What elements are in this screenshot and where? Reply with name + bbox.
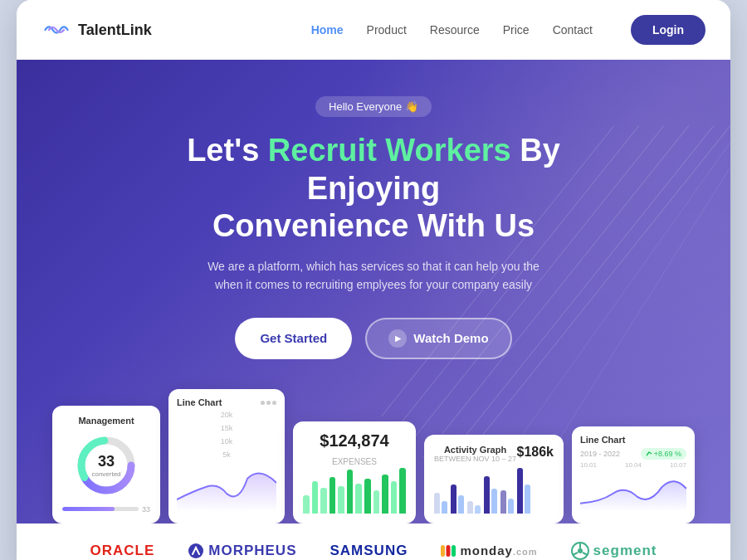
hero-section: Hello Everyone 👋 Let's Recruit Workers B… xyxy=(17,60,730,523)
lcr-years: 2019 - 2022 xyxy=(580,450,620,458)
bar-10 xyxy=(382,475,388,514)
more-dots xyxy=(261,401,276,405)
bar-3 xyxy=(320,488,327,513)
bar-1 xyxy=(303,495,310,514)
revenue-label: EXPENSES xyxy=(303,457,406,466)
hello-badge: Hello Everyone 👋 xyxy=(315,96,432,117)
act-group-1 xyxy=(434,493,447,514)
act-group-2 xyxy=(451,485,464,514)
monday-logo: monday.com xyxy=(441,543,537,558)
donut-label: converted xyxy=(91,470,120,478)
svg-rect-12 xyxy=(441,545,445,557)
bar-2 xyxy=(312,481,319,514)
lc-y-labels: 20k 15k 10k 5k xyxy=(177,411,276,459)
nav-product[interactable]: Product xyxy=(367,23,407,37)
bar-track xyxy=(62,507,139,511)
svg-rect-13 xyxy=(447,545,451,557)
activity-bar-area xyxy=(434,468,554,514)
samsung-logo: SAMSUNG xyxy=(330,543,408,559)
lcr-badge: +8.69 % xyxy=(641,448,686,460)
nav-contact[interactable]: Contact xyxy=(553,23,593,37)
svg-point-16 xyxy=(578,548,583,553)
morpheus-logo: MORPHEUS xyxy=(188,543,296,559)
donut-number: 33 xyxy=(98,453,115,470)
logos-section: ORACLE MORPHEUS SAMSUNG monday.com xyxy=(17,523,730,560)
activity-amount: $186k xyxy=(517,445,554,460)
activity-title-wrap: Activity Graph BETWEEN NOV 10 – 27 xyxy=(434,445,516,463)
watch-demo-button[interactable]: ▶ Watch Demo xyxy=(365,318,511,359)
nav-resource[interactable]: Resource xyxy=(430,23,480,37)
get-started-button[interactable]: Get Started xyxy=(235,318,352,359)
hero-title: Let's Recruit Workers By EnjoyingConveni… xyxy=(116,132,631,246)
lcr-svg xyxy=(580,470,686,512)
hero-accent-green: Recruit Workers xyxy=(268,133,511,168)
login-button[interactable]: Login xyxy=(631,15,706,45)
bar-6 xyxy=(347,470,354,513)
widgets-row: Management xyxy=(52,389,695,523)
hero-subtitle: We are a platform, which has services so… xyxy=(195,257,552,295)
activity-header: Activity Graph BETWEEN NOV 10 – 27 $186k xyxy=(434,445,554,463)
activity-widget: Activity Graph BETWEEN NOV 10 – 27 $186k xyxy=(424,435,564,523)
svg-rect-14 xyxy=(452,545,456,557)
line-chart-right-widget: Line Chart 2019 - 2022 +8.69 % 10.01 10.… xyxy=(572,426,695,523)
play-icon: ▶ xyxy=(388,329,407,348)
trend-up-icon xyxy=(646,450,652,457)
lcr-subheader: 2019 - 2022 +8.69 % xyxy=(580,448,686,460)
logo-text: TalentLink xyxy=(78,22,152,39)
act-group-6 xyxy=(517,468,530,514)
bar-4 xyxy=(330,477,336,514)
oracle-logo: ORACLE xyxy=(90,543,154,559)
nav-price[interactable]: Price xyxy=(503,23,530,37)
nav: Home Product Resource Price Contact Logi… xyxy=(311,15,706,45)
header: TalentLink Home Product Resource Price C… xyxy=(17,0,730,60)
donut-center: 33 converted xyxy=(91,453,120,478)
bar-12 xyxy=(399,468,406,514)
segment-logo: segment xyxy=(571,542,657,560)
svg-line-19 xyxy=(573,553,578,555)
lcr-header: Line Chart xyxy=(580,435,686,446)
bar-fill xyxy=(62,507,115,511)
revenue-amount: $124,874 xyxy=(303,431,406,450)
bar-5 xyxy=(338,486,344,514)
activity-title: Activity Graph xyxy=(434,445,516,455)
bar-11 xyxy=(391,481,398,514)
bar-label: 33 xyxy=(142,505,150,514)
activity-range: BETWEEN NOV 10 – 27 xyxy=(434,455,516,463)
monday-icon xyxy=(441,545,456,557)
main-card: TalentLink Home Product Resource Price C… xyxy=(17,0,730,560)
linechart-left-svg xyxy=(177,462,276,512)
hero-buttons: Get Started ▶ Watch Demo xyxy=(235,318,511,359)
revenue-widget: $124,874 EXPENSES xyxy=(293,421,416,523)
lcr-title: Line Chart xyxy=(580,435,625,445)
management-donut: 33 converted xyxy=(62,432,150,499)
management-widget: Management xyxy=(52,406,160,523)
logo[interactable]: TalentLink xyxy=(42,22,152,39)
lcr-x-labels: 10.01 10.04 10.07 xyxy=(580,461,686,469)
revenue-bar-chart xyxy=(303,468,406,514)
act-group-3 xyxy=(467,501,481,514)
hero-content: Hello Everyone 👋 Let's Recruit Workers B… xyxy=(42,96,706,523)
management-bar: 33 xyxy=(62,505,150,514)
act-group-4 xyxy=(484,476,497,514)
act-group-5 xyxy=(500,490,514,514)
bar-9 xyxy=(374,490,380,514)
segment-icon xyxy=(571,542,589,560)
line-chart-left-widget: Line Chart 20k 15k 10k 5k xyxy=(168,389,285,523)
morpheus-icon xyxy=(188,543,204,559)
svg-point-11 xyxy=(188,543,203,558)
donut-container: 33 converted xyxy=(73,432,139,499)
svg-line-18 xyxy=(583,553,588,555)
bar-7 xyxy=(355,484,362,514)
nav-home[interactable]: Home xyxy=(311,23,344,37)
management-title: Management xyxy=(62,416,150,426)
bar-8 xyxy=(364,479,371,513)
linechart-left-title: Line Chart xyxy=(177,397,222,407)
